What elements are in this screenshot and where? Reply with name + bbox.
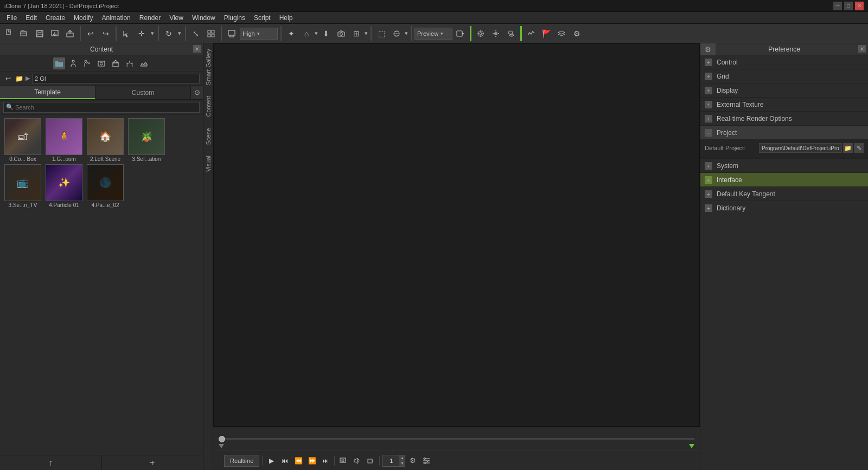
vtab-visual[interactable]: Visual xyxy=(204,150,213,177)
playback-settings-button[interactable]: ⚙ xyxy=(407,455,419,467)
vtab-scene[interactable]: Scene xyxy=(204,123,213,150)
import-button[interactable] xyxy=(63,27,77,41)
layers-button[interactable] xyxy=(554,27,569,41)
list-item[interactable]: 📺 3.Se...n_TV xyxy=(3,164,42,208)
pref-section-system[interactable]: + System xyxy=(700,159,868,173)
menu-animation[interactable]: Animation xyxy=(97,13,135,23)
menu-create[interactable]: Create xyxy=(41,13,69,23)
tab-custom[interactable]: Custom xyxy=(95,86,191,99)
pref-section-external-texture[interactable]: + External Texture xyxy=(700,98,868,112)
pref-section-display[interactable]: + Display xyxy=(700,83,868,98)
path-input[interactable] xyxy=(32,74,200,83)
path-back-button[interactable]: ↩ xyxy=(3,74,13,83)
home-view-dropdown[interactable]: ▾ xyxy=(315,30,318,37)
frame-step-down[interactable]: ▼ xyxy=(399,461,405,466)
content-icon-character[interactable] xyxy=(67,57,79,69)
rotate-tool-dropdown[interactable]: ▾ xyxy=(177,30,182,37)
frame-step-up[interactable]: ▲ xyxy=(399,455,405,461)
gizmo-button[interactable] xyxy=(390,27,404,41)
timeline-playhead[interactable] xyxy=(219,436,225,442)
home-view-button[interactable]: ⌂ xyxy=(299,27,314,41)
content-icon-sky[interactable] xyxy=(124,57,136,69)
redo-button[interactable]: ↪ xyxy=(99,27,113,41)
new-button[interactable] xyxy=(2,27,16,41)
play-to-end-button[interactable]: ⏭ xyxy=(320,455,331,467)
preview-dropdown[interactable]: Preview ▾ xyxy=(414,28,452,40)
list-item[interactable]: ✨ 4.Particle 01 xyxy=(44,164,84,208)
flag-button[interactable]: 🚩 xyxy=(539,27,553,41)
pref-section-default-key-tangent[interactable]: + Default Key Tangent xyxy=(700,187,868,201)
gizmo-dropdown[interactable]: ▾ xyxy=(405,30,408,37)
list-item[interactable]: 🌑 4.Pa...e_02 xyxy=(86,164,125,208)
pref-section-realtime-render[interactable]: + Real-time Render Options xyxy=(700,112,868,126)
loop-button[interactable] xyxy=(337,455,349,467)
settings-button[interactable]: ⚙ xyxy=(570,27,584,41)
content-panel-close[interactable]: ✕ xyxy=(193,45,201,53)
next-frame-button[interactable]: ⏩ xyxy=(306,455,318,467)
menu-modify[interactable]: Modify xyxy=(69,13,97,23)
play-to-start-button[interactable]: ⏮ xyxy=(279,455,291,467)
realtime-button[interactable]: Realtime xyxy=(224,455,259,467)
search-input[interactable] xyxy=(15,104,197,111)
scroll-up-button[interactable]: ↑ xyxy=(0,455,101,470)
display-mode-button[interactable] xyxy=(225,27,239,41)
record-button[interactable] xyxy=(454,27,468,41)
list-item[interactable]: 🪴 3.Sel...ation xyxy=(127,118,166,162)
add-button[interactable]: + xyxy=(102,455,203,470)
shadow-button[interactable] xyxy=(504,27,518,41)
pref-section-interface[interactable]: + Interface xyxy=(700,173,868,187)
vtab-smart-gallery[interactable]: Smart Gallery xyxy=(204,43,213,91)
pref-default-project-input[interactable] xyxy=(759,143,842,153)
snap-tool[interactable] xyxy=(204,27,218,41)
tab-more-button[interactable]: ⊙ xyxy=(191,86,203,99)
play-forward-button[interactable]: ▶ xyxy=(265,455,277,467)
save-button[interactable] xyxy=(33,27,47,41)
list-item[interactable]: 🧍 1.G...oom xyxy=(44,118,84,162)
undo-button[interactable]: ↩ xyxy=(84,27,98,41)
move-tool[interactable]: ✛ xyxy=(135,27,149,41)
pref-section-control[interactable]: + Control xyxy=(700,55,868,69)
vtab-content[interactable]: Content xyxy=(204,91,213,123)
export-button[interactable] xyxy=(48,27,62,41)
menu-view[interactable]: View xyxy=(165,13,188,23)
quality-dropdown[interactable]: High ▾ xyxy=(240,28,278,40)
list-item[interactable]: 🛋 0.Co... Box xyxy=(3,118,42,162)
fit-view-button[interactable]: ⬇ xyxy=(319,27,333,41)
menu-render[interactable]: Render xyxy=(135,13,165,23)
content-icon-camera[interactable] xyxy=(95,57,107,69)
content-icon-terrain[interactable] xyxy=(138,57,150,69)
list-item[interactable]: 🏠 2.Loft Scene xyxy=(86,118,125,162)
menu-help[interactable]: Help xyxy=(275,13,297,23)
menu-file[interactable]: File xyxy=(2,13,21,23)
prev-frame-button[interactable]: ⏪ xyxy=(292,455,304,467)
light-button[interactable]: ✦ xyxy=(284,27,298,41)
timeline-options-button[interactable] xyxy=(420,455,432,467)
menu-edit[interactable]: Edit xyxy=(21,13,41,23)
close-button[interactable]: ✕ xyxy=(855,2,864,10)
minimize-button[interactable]: ─ xyxy=(833,2,842,10)
timeline-slider[interactable] xyxy=(213,427,700,450)
preference-panel-close[interactable]: ✕ xyxy=(858,45,866,53)
select-tool[interactable] xyxy=(119,27,133,41)
rotate-tool[interactable]: ↻ xyxy=(162,27,176,41)
pref-section-grid[interactable]: + Grid xyxy=(700,69,868,83)
headlight-button[interactable] xyxy=(489,27,503,41)
menu-script[interactable]: Script xyxy=(250,13,275,23)
grid-view-dropdown[interactable]: ▾ xyxy=(365,30,368,37)
move-tool-dropdown[interactable]: ▾ xyxy=(150,30,155,37)
menu-window[interactable]: Window xyxy=(188,13,220,23)
pref-section-dictionary[interactable]: + Dictionary xyxy=(700,201,868,215)
content-icon-motion[interactable] xyxy=(81,57,93,69)
scale-tool[interactable]: ⤡ xyxy=(189,27,203,41)
camera-record-button[interactable] xyxy=(365,455,376,467)
content-icon-folder[interactable] xyxy=(53,57,65,69)
content-icon-prop[interactable] xyxy=(110,57,122,69)
viewport[interactable] xyxy=(213,43,700,427)
maximize-button[interactable]: □ xyxy=(844,2,853,10)
tab-template[interactable]: Template xyxy=(0,86,95,99)
menu-plugins[interactable]: Plugins xyxy=(220,13,250,23)
target-button[interactable] xyxy=(474,27,488,41)
motion-button[interactable] xyxy=(524,27,538,41)
perspective-button[interactable]: ⬚ xyxy=(374,27,388,41)
pref-open-project-button[interactable]: 📁 xyxy=(843,143,853,153)
